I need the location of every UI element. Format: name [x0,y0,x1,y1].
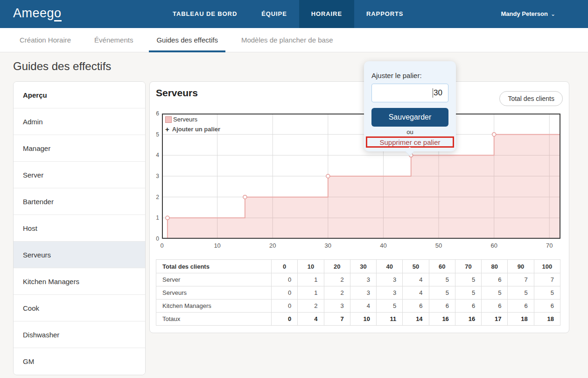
header-cell: 60 [429,260,455,273]
value-cell: 18 [508,313,534,326]
panel-title: Serveurs [156,87,198,99]
tab-evenements[interactable]: Événements [87,28,140,52]
sidebar-item-cook[interactable]: Cook [14,295,145,321]
logo-text-head: Ameeg [13,6,54,20]
value-cell: 5 [377,300,403,313]
delete-tier-highlight-box: Supprimer ce palier [366,136,454,148]
chart-legend: Serveurs + Ajouter un palier [165,116,220,133]
value-cell: 5 [429,273,455,286]
y-tick-label: 6 [150,110,159,117]
value-cell: 6 [403,300,429,313]
x-tick-label: 40 [380,242,386,249]
add-tier-button[interactable]: + Ajouter un palier [165,125,220,133]
value-cell: 4 [298,313,324,326]
nav-item-equipe[interactable]: ÉQUIPE [249,0,299,28]
value-cell: 16 [429,313,455,326]
table-row-totaux: Totaux0471011141616171818 [156,313,560,326]
value-cell: 2 [324,273,350,286]
tier-point[interactable] [243,195,247,199]
nav-item-rapports[interactable]: RAPPORTS [354,0,415,28]
x-tick-label: 60 [490,242,497,249]
staffing-guide-panel: Serveurs Total des clients Serveurs + Aj… [149,81,569,333]
sidebar-item-apercu[interactable]: Aperçu [14,82,145,108]
value-cell: 5 [455,286,481,300]
adjust-tier-label: Ajuster le palier: [371,71,448,79]
x-tick-label: 70 [546,242,553,249]
header-cell: 0 [272,260,298,273]
user-name: Mandy Peterson [501,10,548,17]
tab-creation-horaire[interactable]: Création Horaire [12,28,78,52]
x-tick-label: 20 [269,242,276,249]
text-caret [433,88,433,98]
serveurs-step-chart[interactable] [162,114,560,239]
sidebar-item-kitchen-managers[interactable]: Kitchen Managers [14,268,145,295]
value-cell: 1 [298,273,324,286]
sidebar-item-server[interactable]: Server [14,162,145,188]
header-cell: 90 [508,260,534,273]
legend-entry-serveurs: Serveurs [165,116,220,123]
header-cell: 80 [482,260,508,273]
sidebar-item-gm[interactable]: GM [14,348,145,375]
tier-point[interactable] [326,174,330,178]
table-row-kitchen-managers: Kitchen Managers02345666666 [156,300,560,313]
value-cell: 6 [508,300,534,313]
y-tick-label: 2 [150,193,159,201]
series-swatch-icon [165,116,172,123]
nav-item-tableau-de-bord[interactable]: TABLEAU DE BORD [161,0,249,28]
value-cell: 4 [350,300,376,313]
tier-point[interactable] [492,133,496,136]
sidebar-item-bartender[interactable]: Bartender [14,188,145,215]
staffing-totals-table: Total des clients0102030405060708090100S… [156,259,560,326]
tab-modeles-de-plancher-de-base[interactable]: Modèles de plancher de base [234,28,341,52]
sidebar-item-admin[interactable]: Admin [14,108,145,135]
value-cell: 5 [482,286,508,300]
user-menu[interactable]: Mandy Peterson⌄ [501,0,555,28]
header-cell: 100 [534,260,560,273]
row-label: Serveurs [156,286,272,300]
tier-point[interactable] [166,216,169,220]
value-cell: 1 [298,286,324,300]
total-clients-button[interactable]: Total des clients [499,91,563,106]
header-cell: 30 [350,260,376,273]
or-separator: ou [371,128,448,136]
value-cell: 7 [508,273,534,286]
series-label: Serveurs [173,116,197,123]
sidebar-item-dishwasher[interactable]: Dishwasher [14,321,145,348]
value-cell: 6 [455,300,481,313]
table-header-row: Total des clients0102030405060708090100 [156,260,560,273]
value-cell: 11 [377,313,403,326]
tier-value-input[interactable]: 30 [371,84,448,102]
value-cell: 14 [403,313,429,326]
value-cell: 16 [455,313,481,326]
value-cell: 7 [324,313,350,326]
value-cell: 2 [298,300,324,313]
value-cell: 3 [324,300,350,313]
y-tick-label: 0 [150,235,159,242]
value-cell: 3 [377,286,403,300]
roles-sidebar: AperçuAdminManagerServerBartenderHostSer… [13,81,146,375]
value-cell: 7 [534,273,560,286]
sidebar-item-manager[interactable]: Manager [14,135,145,162]
adjust-tier-popover: Ajuster le palier: 30 Sauvegarder ou Sup… [364,61,456,151]
schedule-subnav: Création HoraireÉvénementsGuides des eff… [0,28,588,52]
save-button[interactable]: Sauvegarder [371,108,448,127]
value-cell: 0 [272,313,298,326]
tab-guides-des-effectifs[interactable]: Guides des effectifs [149,28,225,52]
value-cell: 6 [534,300,560,313]
header-cell: 40 [377,260,403,273]
value-cell: 6 [482,273,508,286]
row-label: Totaux [156,313,272,326]
value-cell: 10 [350,313,376,326]
sidebar-item-serveurs[interactable]: Serveurs [14,242,145,268]
sidebar-item-host[interactable]: Host [14,215,145,242]
header-cell: 20 [324,260,350,273]
page-title: Guides des effectifs [13,60,111,73]
top-navigation: Ameego TABLEAU DE BORDÉQUIPEHORAIRERAPPO… [0,0,588,28]
value-cell: 5 [455,273,481,286]
row-label: Server [156,273,272,286]
value-cell: 17 [482,313,508,326]
header-cell: 50 [403,260,429,273]
delete-tier-link[interactable]: Supprimer ce palier [379,138,440,146]
ameego-logo[interactable]: Ameego [13,6,62,21]
nav-item-horaire[interactable]: HORAIRE [299,0,354,28]
